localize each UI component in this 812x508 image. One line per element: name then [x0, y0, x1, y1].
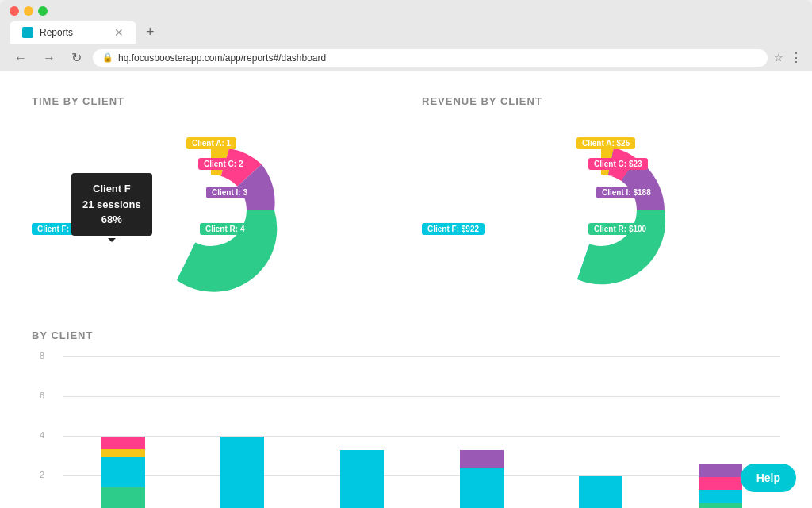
help-button[interactable]: Help [741, 464, 796, 492]
tab-close-button[interactable]: ✕ [114, 26, 124, 39]
bar-segment-yellow-0 [102, 449, 145, 457]
bar-segment-pink-0 [102, 437, 145, 449]
bar-stack-1 [220, 437, 264, 508]
label-clientR-rev: Client R: $100 [588, 223, 652, 235]
bar-stack-3 [460, 450, 504, 508]
page-content: TIME BY CLIENT Client F 21 sessions 68% [0, 71, 812, 508]
bar-segment-cyan-4 [579, 476, 622, 508]
bar-chart-title: BY CLIENT [32, 329, 780, 341]
tooltip-client: Client F [82, 181, 141, 197]
tab-title: Reports [40, 27, 73, 38]
bar-group-4: 01/10/2020 [579, 357, 622, 508]
bar-segment-cyan-5 [699, 490, 742, 503]
bookmark-button[interactable]: ☆ [774, 52, 783, 64]
maximize-traffic-light[interactable] [38, 6, 48, 16]
label-clientR-time: Client R: 4 [200, 223, 250, 235]
browser-tabs: Reports ✕ + [10, 21, 802, 44]
bar-segment-purple-3 [460, 450, 504, 468]
label-clientA-time: Client A: 1 [186, 137, 236, 149]
revenue-by-client-section: REVENUE BY CLIENT [422, 95, 780, 298]
browser-toolbar: ← → ↻ 🔒 hq.focusboosterapp.com/app/repor… [0, 44, 812, 71]
address-bar[interactable]: 🔒 hq.focusboosterapp.com/app/reports#/da… [93, 49, 768, 67]
bar-chart-area: 8 6 4 2 0 [32, 357, 780, 508]
bar-stack-0 [102, 437, 145, 508]
active-tab[interactable]: Reports ✕ [10, 21, 136, 44]
revenue-by-client-title: REVENUE BY CLIENT [422, 95, 780, 107]
time-by-client-section: TIME BY CLIENT Client F 21 sessions 68% [32, 95, 390, 298]
grid-label-2: 2 [40, 470, 44, 479]
bar-group-3: 01/09/2020 [460, 357, 504, 508]
tooltip-sessions: 21 sessions [82, 196, 141, 212]
label-clientI-rev: Client I: $188 [596, 187, 657, 198]
bars-container: 01/06/2020 01/07/2020 01/08/2020 [63, 357, 780, 508]
time-by-client-title: TIME BY CLIENT [32, 95, 390, 107]
revenue-labels-overlay: Client A: $25 Client C: $23 Client I: $1… [422, 123, 780, 298]
new-tab-button[interactable]: + [140, 21, 161, 44]
back-button[interactable]: ← [10, 49, 32, 67]
close-traffic-light[interactable] [10, 6, 19, 16]
tab-favicon [22, 27, 33, 38]
bar-segment-green-0 [102, 487, 145, 508]
bar-segment-cyan-3 [460, 468, 504, 508]
forward-button[interactable]: → [38, 49, 60, 67]
bar-group-1: 01/07/2020 [220, 357, 264, 508]
bar-segment-cyan-2 [340, 450, 384, 508]
minimize-traffic-light[interactable] [24, 6, 33, 16]
bar-segment-cyan-1 [220, 437, 264, 508]
bar-segment-green-5 [699, 503, 742, 508]
bar-group-2: 01/08/2020 [340, 357, 384, 508]
label-clientC-rev: Client C: $23 [588, 158, 648, 170]
grid-label-8: 8 [40, 351, 44, 360]
bar-group-5: 01/15/2020 [699, 357, 742, 508]
bar-chart-section: BY CLIENT 8 6 4 2 0 [32, 329, 780, 508]
menu-button[interactable]: ⋮ [790, 50, 802, 65]
donut-tooltip: Client F 21 sessions 68% [71, 173, 152, 236]
traffic-lights [10, 6, 802, 16]
url-text: hq.focusboosterapp.com/app/reports#/dash… [118, 52, 326, 64]
label-clientC-time: Client C: 2 [198, 158, 248, 170]
revenue-by-client-chart: Client A: $25 Client C: $23 Client I: $1… [422, 123, 780, 298]
charts-row: TIME BY CLIENT Client F 21 sessions 68% [32, 95, 780, 298]
bar-stack-4 [579, 476, 622, 508]
browser-chrome: Reports ✕ + [0, 0, 812, 44]
bar-segment-cyan-0 [102, 457, 145, 487]
grid-label-6: 6 [40, 391, 44, 400]
label-clientF-rev: Client F: $922 [422, 223, 485, 235]
bar-segment-purple-5 [699, 464, 742, 477]
grid-label-4: 4 [40, 430, 44, 440]
bar-group-0: 01/06/2020 [102, 357, 145, 508]
bar-segment-pink-5 [699, 477, 742, 490]
bar-stack-5 [699, 464, 742, 508]
time-by-client-chart: Client F 21 sessions 68% [32, 123, 390, 298]
label-clientA-rev: Client A: $25 [576, 137, 635, 149]
tooltip-pct: 68% [82, 212, 141, 228]
bar-stack-2 [340, 450, 384, 508]
label-clientI-time: Client I: 3 [206, 187, 253, 198]
reload-button[interactable]: ↻ [67, 48, 86, 67]
lock-icon: 🔒 [102, 52, 113, 63]
